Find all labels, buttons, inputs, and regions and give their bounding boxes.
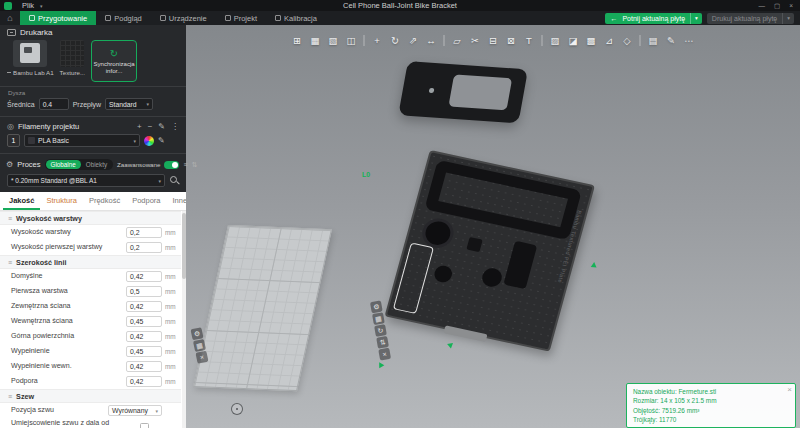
toolbar-cut-icon[interactable]: ✂ xyxy=(468,33,483,48)
close-icon[interactable]: × xyxy=(787,384,792,396)
filament-spool-icon: ◎ xyxy=(7,122,14,131)
file-menu-label: Plik xyxy=(22,1,34,10)
scope-global-button[interactable]: Globalne xyxy=(46,160,81,169)
print-dropdown-caret-icon[interactable]: ▾ xyxy=(782,13,794,24)
file-menu[interactable]: Plik ▾ xyxy=(17,0,48,11)
toolbar-move-icon[interactable]: + xyxy=(370,33,385,48)
add-filament-button[interactable]: + xyxy=(137,123,142,131)
print-plate-button[interactable]: Drukuj aktualną płytę ▾ xyxy=(707,13,794,24)
plate-type-select[interactable]: Texture... xyxy=(60,40,85,76)
plate-settings-icon[interactable]: ⚙ xyxy=(370,300,383,313)
seam-overhang-checkbox[interactable] xyxy=(140,423,149,428)
printer-select[interactable]: Bambu Lab A1 xyxy=(7,40,54,76)
parameter-tabs: Jakość Struktura Prędkość Podpora Inne xyxy=(0,192,186,211)
build-plate-empty[interactable] xyxy=(193,225,332,391)
toolbar-paint-color-icon[interactable]: ▩ xyxy=(584,33,599,48)
object-ball-joint[interactable] xyxy=(480,266,504,288)
toolbar-edit-mesh-icon[interactable]: ✎ xyxy=(664,33,679,48)
plate-rotate-icon[interactable]: ↻ xyxy=(374,324,387,337)
advanced-toggle[interactable] xyxy=(164,161,179,169)
filament-color-swatch xyxy=(28,137,35,144)
tab-inne[interactable]: Inne xyxy=(167,192,187,210)
search-icon[interactable] xyxy=(170,176,179,185)
inner-wall-line-width-input[interactable]: 0,45 xyxy=(126,316,162,327)
tab-predkosc[interactable]: Prędkość xyxy=(83,192,126,210)
tab-podpora[interactable]: Podpora xyxy=(126,192,166,210)
top-surface-line-width-input[interactable]: 0,42 xyxy=(126,331,162,342)
slice-dropdown-caret-icon[interactable]: ▾ xyxy=(690,13,702,24)
tab-podglad[interactable]: Podgląd xyxy=(96,11,151,25)
settings-scrollbar[interactable] xyxy=(182,211,186,428)
object-fermeture-floating[interactable] xyxy=(398,61,528,123)
filament-menu-button[interactable]: ⋮ xyxy=(171,123,179,131)
sort-icon[interactable]: ⇅ xyxy=(192,161,198,169)
infill-line-width-input[interactable]: 0,45 xyxy=(126,346,162,357)
support-line-width-input[interactable]: 0,42 xyxy=(126,376,162,387)
toolbar-text-icon[interactable]: T xyxy=(522,33,537,48)
plate-delete-icon[interactable]: × xyxy=(195,351,208,364)
object-small-part[interactable] xyxy=(466,237,482,252)
section-header-layer-height: ≡ Wysokość warstwy xyxy=(0,211,181,225)
tab-urzadzenie[interactable]: Urządzenie xyxy=(151,11,216,25)
default-line-width-input[interactable]: 0,42 xyxy=(126,271,162,282)
toolbar-assembly-icon[interactable]: ◇ xyxy=(620,33,635,48)
plate-arrange-icon[interactable]: ▦ xyxy=(372,312,385,325)
edit-icon[interactable]: ✎ xyxy=(158,136,165,145)
slice-plate-button[interactable]: ← Potnij aktualną płytę ▾ xyxy=(605,13,701,24)
sidebar: Drukarka Bambu Lab A1 Texture... ↻ Synch… xyxy=(0,25,186,428)
toolbar-mirror-icon[interactable]: ↔ xyxy=(424,33,439,48)
outer-wall-line-width-input[interactable]: 0,42 xyxy=(126,301,162,312)
process-preset-select[interactable]: * 0.20mm Standard @BBL A1 ▾ xyxy=(7,174,165,187)
toolbar-paint-support-icon[interactable]: ▨ xyxy=(548,33,563,48)
tab-kalibracja[interactable]: Kalibracja xyxy=(266,11,326,25)
remove-filament-button[interactable]: − xyxy=(148,123,153,131)
toolbar-split-plates-icon[interactable]: ◫ xyxy=(344,33,359,48)
filament-index-chip[interactable]: 1 xyxy=(7,134,20,147)
diameter-field[interactable]: 0.4 xyxy=(39,98,69,110)
minimize-button[interactable]: — xyxy=(759,2,766,10)
toolbar-merge-icon[interactable]: ⊠ xyxy=(504,33,519,48)
first-layer-line-width-input[interactable]: 0,5 xyxy=(126,286,162,297)
maximize-button[interactable]: ▢ xyxy=(774,2,780,10)
orientation-gizmo-icon[interactable] xyxy=(231,403,243,415)
tab-projekt[interactable]: Projekt xyxy=(216,11,266,25)
scope-objects-button[interactable]: Obiekty xyxy=(81,160,112,169)
toolbar-measure-icon[interactable]: ⊿ xyxy=(602,33,617,48)
color-picker-icon[interactable] xyxy=(144,136,154,146)
tab-przygotowanie[interactable]: Przygotowanie xyxy=(20,11,96,25)
first-layer-height-input[interactable]: 0,2 xyxy=(126,242,162,253)
toolbar-variable-layer-icon[interactable]: ▤ xyxy=(646,33,661,48)
tab-struktura[interactable]: Struktura xyxy=(40,192,82,210)
list-view-icon[interactable]: ≡ xyxy=(183,161,187,169)
plate-origin-marker: L0 xyxy=(362,171,370,178)
toolbar-scale-icon[interactable]: ⇗ xyxy=(406,33,421,48)
build-plate-textured[interactable]: Bambu Textured PEI Plate xyxy=(385,150,596,352)
internal-infill-line-width-input[interactable]: 0,42 xyxy=(126,361,162,372)
sync-info-button[interactable]: ↻ Synchronizacja infor... xyxy=(91,40,137,82)
sync-icon: ↻ xyxy=(110,49,118,59)
seam-position-select[interactable]: Wyrównany ▾ xyxy=(108,405,162,416)
tab-jakosc[interactable]: Jakość xyxy=(3,192,40,210)
toolbar-paint-seam-icon[interactable]: ◪ xyxy=(566,33,581,48)
toolbar-rotate-icon[interactable]: ↻ xyxy=(388,33,403,48)
viewport-3d[interactable]: ⊞ ▦ ▧ ◫ + ↻ ⇗ ↔ ▱ ✂ ⊟ ⊠ T ▨ ◪ ▩ ⊿ ◇ ▤ ✎ … xyxy=(186,25,800,428)
layer-height-input[interactable]: 0,2 xyxy=(126,227,162,238)
object-block[interactable] xyxy=(503,241,537,289)
plate-label-icon[interactable]: ⇅ xyxy=(376,336,389,349)
toolbar-add-plate-icon[interactable]: ⊞ xyxy=(290,33,305,48)
flow-select[interactable]: Standard ▾ xyxy=(105,98,153,110)
home-button[interactable]: ⌂ xyxy=(0,11,20,25)
filament-select[interactable]: PLA Basic ▾ xyxy=(24,134,140,147)
setting-row: Wysokość pierwszej warstwy 0,2 mm xyxy=(0,240,181,255)
toolbar-split-objects-icon[interactable]: ⊟ xyxy=(486,33,501,48)
toolbar-lay-flat-icon[interactable]: ▱ xyxy=(450,33,465,48)
scrollbar-thumb[interactable] xyxy=(182,213,186,279)
toolbar-arrange-icon[interactable]: ▦ xyxy=(308,33,323,48)
plate-delete-icon[interactable]: × xyxy=(378,348,391,361)
object-ball-joint[interactable] xyxy=(432,264,453,284)
toolbar-more-icon[interactable]: ⋯ xyxy=(682,33,697,48)
edit-filament-button[interactable]: ✎ xyxy=(158,123,165,131)
close-button[interactable]: × xyxy=(789,2,793,10)
prime-tower-outline[interactable] xyxy=(393,242,434,313)
toolbar-auto-orient-icon[interactable]: ▧ xyxy=(326,33,341,48)
